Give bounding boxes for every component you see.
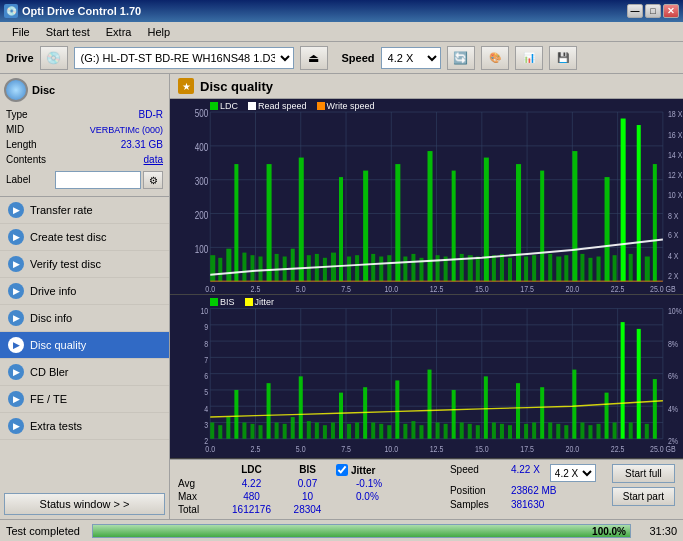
total-bis: 28304: [285, 504, 330, 515]
svg-rect-165: [371, 423, 375, 439]
speed-select-stats[interactable]: 4.2 X: [550, 464, 596, 482]
svg-text:6: 6: [204, 370, 208, 381]
svg-rect-159: [323, 425, 327, 439]
svg-rect-175: [452, 390, 456, 439]
cd-bler-icon: ▶: [8, 364, 24, 380]
legend-bis: BIS: [220, 297, 235, 307]
svg-rect-169: [403, 424, 407, 439]
jitter-checkbox[interactable]: [336, 464, 348, 476]
svg-text:10.0: 10.0: [384, 284, 398, 294]
svg-text:200: 200: [195, 210, 208, 221]
drive-eject-btn[interactable]: ⏏: [300, 46, 328, 70]
sidebar-item-drive-info[interactable]: ▶ Drive info: [0, 278, 169, 305]
svg-text:14 X: 14 X: [668, 150, 683, 160]
color-btn[interactable]: 🎨: [481, 46, 509, 70]
start-full-button[interactable]: Start full: [612, 464, 675, 483]
status-window-button[interactable]: Status window > >: [4, 493, 165, 515]
menu-extra[interactable]: Extra: [98, 24, 140, 40]
svg-rect-65: [387, 255, 391, 281]
minimize-button[interactable]: —: [627, 4, 643, 18]
app-icon: 💿: [4, 4, 18, 18]
chart-bottom-svg: 10 9 8 7 6 5 4 3 2 10% 8% 6% 4% 2% 0: [170, 295, 683, 458]
maximize-button[interactable]: □: [645, 4, 661, 18]
svg-text:2.5: 2.5: [251, 443, 261, 454]
svg-text:10 X: 10 X: [668, 190, 683, 200]
svg-text:4%: 4%: [668, 403, 679, 414]
sidebar-item-disc-info[interactable]: ▶ Disc info: [0, 305, 169, 332]
svg-text:20.0: 20.0: [566, 443, 580, 454]
speed-stat-label: Speed: [450, 464, 505, 482]
menubar: File Start test Extra Help: [0, 22, 683, 42]
svg-rect-47: [242, 253, 246, 282]
sidebar-item-extra-tests[interactable]: ▶ Extra tests: [0, 413, 169, 440]
svg-text:2.5: 2.5: [251, 284, 261, 294]
sidebar-item-fe-te[interactable]: ▶ FE / TE: [0, 386, 169, 413]
svg-rect-200: [653, 379, 657, 439]
svg-rect-167: [387, 425, 391, 439]
svg-rect-92: [605, 177, 610, 281]
length-value: 23.31 GB: [55, 138, 163, 151]
contents-value[interactable]: data: [55, 153, 163, 166]
svg-rect-160: [331, 423, 335, 439]
menu-file[interactable]: File: [4, 24, 38, 40]
refresh-btn[interactable]: 🔄: [447, 46, 475, 70]
svg-rect-179: [484, 377, 488, 439]
status-text: Test completed: [6, 525, 86, 537]
svg-rect-188: [556, 424, 560, 439]
svg-rect-163: [355, 423, 359, 439]
disc-info-table: Type BD-R MID VERBATIMc (000) Length 23.…: [4, 106, 165, 192]
avg-bis: 0.07: [285, 478, 330, 489]
chart-top-svg: 500 400 300 200 100 18 X 16 X 14 X 12 X …: [170, 99, 683, 294]
nav-disc-info-label: Disc info: [30, 312, 72, 324]
sidebar-item-create-test-disc[interactable]: ▶ Create test disc: [0, 224, 169, 251]
svg-text:25.0 GB: 25.0 GB: [650, 284, 676, 294]
svg-rect-197: [629, 423, 633, 439]
svg-rect-187: [548, 423, 552, 439]
svg-text:12 X: 12 X: [668, 171, 683, 181]
sidebar-item-disc-quality[interactable]: ▶ Disc quality: [0, 332, 169, 359]
svg-rect-45: [226, 249, 231, 282]
svg-rect-81: [516, 164, 521, 281]
label-input[interactable]: [55, 171, 141, 189]
svg-rect-166: [379, 424, 383, 439]
svg-text:17.5: 17.5: [520, 443, 534, 454]
svg-text:10: 10: [200, 305, 208, 316]
svg-rect-80: [508, 258, 512, 281]
speed-select-main[interactable]: 4.2 X: [381, 47, 441, 69]
svg-rect-73: [452, 171, 456, 282]
drive-icon-btn[interactable]: 💿: [40, 46, 68, 70]
save-btn[interactable]: 💾: [549, 46, 577, 70]
svg-rect-91: [596, 257, 600, 282]
menu-help[interactable]: Help: [139, 24, 178, 40]
chart-bottom-legend: BIS Jitter: [210, 297, 274, 307]
label-edit-btn[interactable]: ⚙: [143, 171, 163, 189]
sidebar-item-cd-bler[interactable]: ▶ CD Bler: [0, 359, 169, 386]
svg-rect-183: [516, 383, 520, 439]
dq-title: Disc quality: [200, 79, 273, 94]
svg-rect-186: [540, 387, 544, 439]
svg-rect-87: [564, 255, 568, 281]
sidebar-item-transfer-rate[interactable]: ▶ Transfer rate: [0, 197, 169, 224]
disc-panel: Disc Type BD-R MID VERBATIMc (000) Lengt…: [0, 74, 169, 197]
sidebar-item-verify-test-disc[interactable]: ▶ Verify test disc: [0, 251, 169, 278]
svg-rect-51: [275, 254, 279, 281]
menu-start-test[interactable]: Start test: [38, 24, 98, 40]
svg-text:15.0: 15.0: [475, 284, 489, 294]
svg-text:18 X: 18 X: [668, 109, 683, 119]
close-button[interactable]: ✕: [663, 4, 679, 18]
graph-btn[interactable]: 📊: [515, 46, 543, 70]
svg-rect-162: [347, 424, 351, 439]
svg-rect-189: [564, 425, 568, 439]
svg-rect-182: [508, 425, 512, 439]
start-part-button[interactable]: Start part: [612, 487, 675, 506]
max-bis: 10: [285, 491, 330, 502]
svg-rect-78: [492, 255, 496, 281]
nav-disc-quality-label: Disc quality: [30, 339, 86, 351]
drive-select[interactable]: (G:) HL-DT-ST BD-RE WH16NS48 1.D3: [74, 47, 294, 69]
svg-rect-83: [532, 255, 536, 281]
svg-text:2 X: 2 X: [668, 271, 679, 281]
svg-rect-89: [580, 254, 584, 281]
avg-ldc: 4.22: [224, 478, 279, 489]
position-value: 23862 MB: [511, 485, 557, 496]
svg-rect-71: [436, 255, 440, 281]
